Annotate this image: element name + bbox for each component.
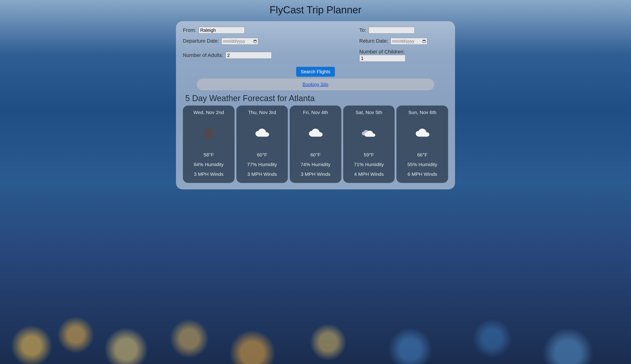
departure-date-input[interactable] — [221, 38, 258, 45]
booking-site-link[interactable]: Booking Site — [302, 82, 329, 87]
forecast-humidity: 84% Humidity — [185, 162, 232, 167]
forecast-card: Thu, Nov 3rd60°F77% Humidity3 MPH Winds — [236, 106, 288, 183]
children-label: Number of Children: — [359, 49, 405, 54]
forecast-cards: Wed, Nov 2nd58°F84% Humidity3 MPH WindsT… — [183, 106, 448, 183]
page-title: FlyCast Trip Planner — [0, 4, 631, 16]
forecast-temp: 60°F — [292, 152, 339, 158]
forecast-card: Sat, Nov 5th59°F71% Humidity4 MPH Winds — [343, 106, 395, 183]
forecast-icon-wrap — [185, 124, 232, 143]
forecast-wind: 3 MPH Winds — [239, 172, 286, 177]
booking-bar: Booking Site — [197, 78, 434, 90]
forecast-date: Thu, Nov 3rd — [239, 110, 286, 115]
from-input[interactable] — [199, 27, 245, 34]
forecast-icon-wrap — [239, 124, 286, 143]
return-label: Return Date: — [359, 38, 388, 44]
forecast-temp: 58°F — [185, 152, 232, 158]
forecast-date: Fri, Nov 4th — [292, 110, 339, 115]
forecast-card: Fri, Nov 4th60°F74% Humidity3 MPH Winds — [290, 106, 341, 183]
to-input[interactable] — [369, 27, 415, 34]
departure-field-group: Departure Date: — [183, 38, 311, 45]
forecast-icon-wrap — [292, 124, 339, 143]
return-field-group: Return Date: — [320, 38, 427, 45]
forecast-heading: 5 Day Weather Forecast for Atlanta — [185, 94, 448, 103]
forecast-date: Sun, Nov 6th — [399, 110, 446, 115]
forecast-temp: 60°F — [239, 152, 286, 158]
forecast-card: Sun, Nov 6th66°F55% Humidity6 MPH Winds — [397, 106, 448, 183]
to-field-group: To: — [320, 27, 415, 34]
return-date-input[interactable] — [391, 38, 427, 45]
forecast-icon-wrap — [399, 124, 446, 143]
search-form: From: To: Departure Date: Return Date: — [183, 27, 448, 62]
forecast-humidity: 55% Humidity — [399, 162, 446, 167]
main-panel: From: To: Departure Date: Return Date: — [176, 21, 455, 189]
clouds-icon — [361, 128, 377, 140]
adults-field-group: Number of Adults: — [183, 52, 311, 59]
forecast-icon-wrap — [346, 124, 393, 143]
forecast-wind: 4 MPH Winds — [346, 172, 393, 177]
forecast-temp: 66°F — [399, 152, 446, 158]
cloud-icon — [254, 128, 270, 140]
forecast-humidity: 77% Humidity — [239, 162, 286, 167]
cloud-icon — [414, 128, 430, 140]
children-field-group: Number of Children: — [320, 49, 448, 62]
adults-input[interactable] — [226, 52, 272, 59]
forecast-card: Wed, Nov 2nd58°F84% Humidity3 MPH Winds — [183, 106, 234, 183]
children-input[interactable] — [359, 55, 405, 62]
search-flights-button[interactable]: Search Flights — [296, 67, 335, 77]
forecast-wind: 6 MPH Winds — [399, 172, 446, 177]
forecast-date: Wed, Nov 2nd — [185, 110, 232, 115]
cloud-icon — [307, 128, 324, 140]
forecast-humidity: 71% Humidity — [346, 162, 393, 167]
forecast-humidity: 74% Humidity — [292, 162, 339, 167]
adults-label: Number of Adults: — [183, 52, 223, 58]
from-label: From: — [183, 27, 196, 33]
forecast-date: Sat, Nov 5th — [346, 110, 393, 115]
sun-haze-icon — [202, 127, 216, 140]
forecast-wind: 3 MPH Winds — [292, 172, 339, 177]
to-label: To: — [359, 27, 366, 33]
from-field-group: From: — [183, 27, 311, 34]
forecast-wind: 3 MPH Winds — [185, 172, 232, 177]
departure-label: Departure Date: — [183, 38, 219, 44]
forecast-temp: 59°F — [346, 152, 393, 158]
